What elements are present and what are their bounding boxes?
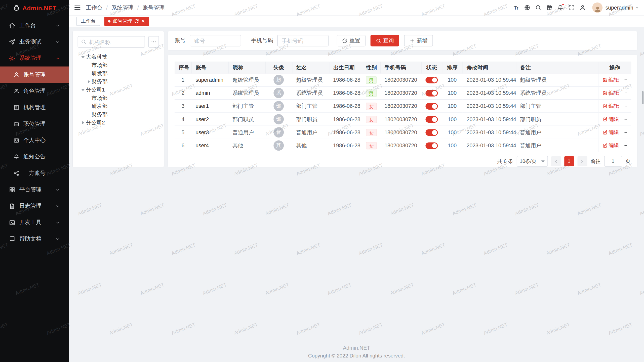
footer-title: Admin.NET [69,345,644,351]
tree-node[interactable]: 财务部 [78,110,159,119]
edit-button[interactable]: 编辑 [602,142,619,149]
sidebar-item-help-docs[interactable]: 帮助文档 [0,231,69,247]
edit-button[interactable]: 编辑 [602,129,619,136]
tree-node-label: 财务部 [92,111,108,118]
sidebar-item-log-management[interactable]: 日志管理 [0,198,69,214]
table-row[interactable]: 1 superadmin 超级管理员 超 超级管理员 1986-06-28 男 … [175,73,631,86]
tree-node[interactable]: 研发部 [78,69,159,78]
bell-icon [14,154,19,160]
caret-right-icon[interactable] [88,80,90,83]
tree-node[interactable]: 财务部 [78,78,159,86]
tree-node[interactable]: 分公司1 [78,86,159,94]
phone-input[interactable] [277,35,329,47]
edit-button[interactable]: 编辑 [602,76,619,83]
sidebar-item-system-management[interactable]: 系统管理 [0,50,69,66]
sidebar-item-account-management[interactable]: 账号管理 [0,66,69,83]
tree-node[interactable]: 大名科技 [78,53,159,61]
cell-actions: 编辑 [598,139,631,152]
goto-label: 前往 [590,158,601,165]
table-row[interactable]: 2 admin 系统管理员 系 系统管理员 1986-06-28 男 18020… [175,86,631,100]
org-search-input[interactable] [78,36,145,48]
account-input[interactable] [190,35,241,47]
status-toggle[interactable] [425,116,438,123]
fullscreen-button[interactable] [566,2,577,13]
table-row[interactable]: 4 user2 部门职员 部 部门职员 1986-06-28 女 1802003… [175,113,631,126]
cell-account: user2 [191,113,228,126]
table-row[interactable]: 3 user1 部门主管 部 部门主管 1986-06-28 女 1802003… [175,100,631,113]
more-actions-icon[interactable] [623,116,627,122]
username[interactable]: superadmin [606,5,633,11]
sidebar: Admin.NET 工作台 业务测试 系统管理 账号管理 [0,0,69,362]
cell-birthday: 1986-06-28 [329,113,362,126]
reset-button[interactable]: 重置 [337,35,366,47]
cell-modified: 2023-01-03 10:59:44 [462,126,516,139]
close-icon[interactable] [141,19,145,23]
tab-workbench[interactable]: 工作台 [76,17,100,26]
sidebar-item-thirdparty-account[interactable]: 三方账号 [0,165,69,181]
brand[interactable]: Admin.NET [0,0,69,16]
user-avatar[interactable] [592,3,602,13]
scrollbar-thumb[interactable] [642,91,644,104]
goto-page-input[interactable] [604,156,622,166]
refresh-icon[interactable] [134,19,139,23]
sidebar-item-position-management[interactable]: 职位管理 [0,116,69,132]
col-nickname: 昵称 [228,62,265,73]
status-toggle[interactable] [425,90,438,96]
tree-node[interactable]: 研发部 [78,102,159,111]
global-search-button[interactable] [533,2,544,13]
search-button[interactable]: 查询 [371,35,399,47]
status-toggle[interactable] [425,77,438,83]
table-row[interactable]: 5 user3 普通用户 普 普通用户 1986-06-28 女 1802003… [175,126,631,139]
caret-down-icon[interactable] [81,56,85,58]
language-button[interactable] [522,2,533,13]
sidebar-item-dev-tools[interactable]: 开发工具 [0,214,69,231]
more-actions-icon[interactable] [623,143,627,149]
current-page-button[interactable]: 1 [564,156,574,166]
sidebar-item-role-management[interactable]: 角色管理 [0,83,69,99]
status-toggle[interactable] [425,103,438,109]
more-actions-icon[interactable] [623,77,627,83]
cell-avatar: 其 [265,139,292,152]
edit-button[interactable]: 编辑 [602,116,619,123]
tree-node[interactable]: 市场部 [78,94,159,102]
more-actions-icon[interactable] [623,129,627,135]
more-actions-icon[interactable] [623,90,627,96]
breadcrumb-item[interactable]: 系统管理 [111,4,134,11]
tree-node[interactable]: 市场部 [78,61,159,69]
cell-status [421,113,442,126]
page-size-select[interactable]: 10条/页 [516,156,548,166]
font-size-button[interactable]: Tr [510,2,521,13]
caret-down-icon[interactable] [81,89,85,91]
chevron-down-icon[interactable] [635,6,639,10]
next-page-button[interactable] [577,156,587,166]
sidebar-item-notice[interactable]: 通知公告 [0,149,69,165]
caret-right-icon[interactable] [82,121,84,124]
cell-status [421,139,442,152]
edit-button[interactable]: 编辑 [602,102,619,110]
search-icon [535,5,541,11]
hamburger-menu-icon[interactable] [74,4,81,11]
edit-button[interactable]: 编辑 [602,89,619,97]
org-more-button[interactable] [148,36,159,48]
sidebar-item-personal-center[interactable]: 个人中心 [0,132,69,149]
status-toggle[interactable] [425,142,438,149]
sidebar-item-org-management[interactable]: 机构管理 [0,99,69,116]
sidebar-item-business-test[interactable]: 业务测试 [0,34,69,50]
table-row[interactable]: 6 user4 其他 其 其他 1986-06-28 女 18020030720… [175,139,631,152]
notification-button[interactable] [555,2,566,13]
book-icon [9,236,15,242]
status-toggle[interactable] [425,129,438,136]
sidebar-item-platform-management[interactable]: 平台管理 [0,182,69,198]
breadcrumb-item[interactable]: 工作台 [86,4,102,11]
tab-account-management[interactable]: 账号管理 [104,17,149,26]
user-settings-button[interactable] [577,2,588,13]
brand-name: Admin.NET [22,4,56,11]
tree-node-label: 大名科技 [86,53,107,61]
sidebar-item-workbench[interactable]: 工作台 [0,17,69,34]
prev-page-button[interactable] [551,156,561,166]
gift-button[interactable] [544,2,555,13]
tree-node[interactable]: 分公司2 [78,119,159,127]
add-button[interactable]: 新增 [404,35,433,47]
cell-actions: 编辑 [598,73,631,86]
more-actions-icon[interactable] [623,103,627,109]
